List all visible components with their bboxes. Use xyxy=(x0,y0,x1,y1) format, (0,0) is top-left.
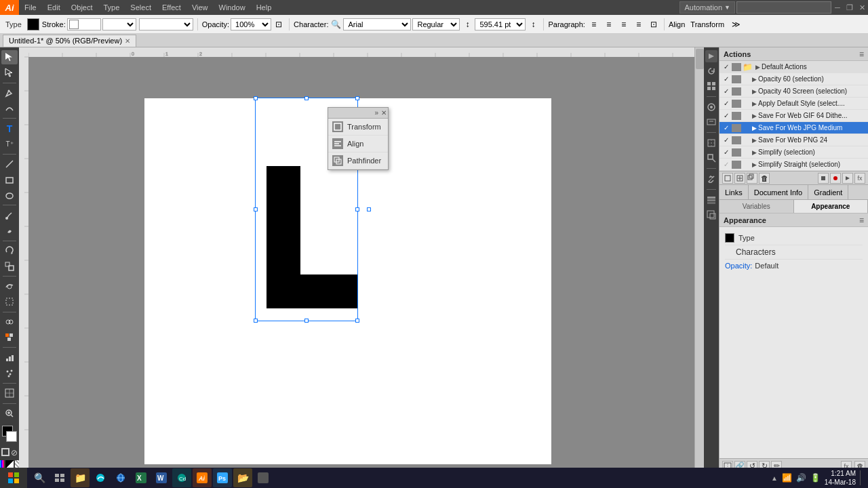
duplicate-action-btn[interactable] xyxy=(747,173,757,184)
artboards-panel-icon[interactable] xyxy=(705,209,717,221)
free-transform-tool[interactable] xyxy=(1,295,18,309)
appearance-options[interactable]: ≡ xyxy=(859,216,864,225)
windows-start-button[interactable] xyxy=(0,468,27,488)
links-tab[interactable]: Links xyxy=(719,185,749,199)
font-style-dropdown[interactable]: Regular xyxy=(412,18,460,30)
rect-tool[interactable] xyxy=(1,173,18,187)
taskbar-ie-icon[interactable] xyxy=(111,468,130,487)
taskbar-coreldraw-icon[interactable]: Cd xyxy=(172,468,191,487)
menu-view[interactable]: View xyxy=(186,0,214,15)
fill-color-swatch[interactable] xyxy=(27,18,39,30)
action-save-png24[interactable]: ✓ ▶ Save For Web PNG 24 xyxy=(719,134,868,146)
taskbar-word-icon[interactable]: W xyxy=(152,468,171,487)
opacity-dropdown[interactable]: 100% xyxy=(231,18,271,30)
a7-expand[interactable]: ▶ xyxy=(752,149,757,156)
color-mode-btn[interactable] xyxy=(0,460,4,468)
menu-window[interactable]: Window xyxy=(214,0,251,15)
paragraph-options-icon[interactable]: ⊡ xyxy=(648,18,660,30)
taskbar-unknown-icon[interactable] xyxy=(254,468,273,487)
layers-panel-icon[interactable] xyxy=(705,194,717,206)
a5-expand[interactable]: ▶ xyxy=(752,125,757,131)
taskbar-task-view-icon[interactable] xyxy=(50,468,69,487)
opacity-link[interactable]: Opacity: xyxy=(725,262,752,270)
floating-panel-expand[interactable]: » xyxy=(374,109,378,117)
vertical-scroll-thumb[interactable] xyxy=(696,49,704,69)
a8-expand[interactable]: ▶ xyxy=(752,161,757,168)
graphic-styles-icon[interactable] xyxy=(705,101,717,113)
character-search-icon[interactable]: 🔍 xyxy=(330,18,342,30)
scatter-graph-tool[interactable] xyxy=(1,366,18,380)
direct-selection-tool[interactable] xyxy=(1,66,18,80)
menu-select[interactable]: Select xyxy=(125,0,157,15)
background-color[interactable] xyxy=(6,431,17,442)
taskbar-ps-icon[interactable]: Ps xyxy=(213,468,232,487)
menu-type[interactable]: Type xyxy=(98,0,125,15)
line-tool[interactable] xyxy=(1,157,18,171)
taskbar-explorer-icon[interactable]: 📁 xyxy=(71,468,90,487)
zoom-tool[interactable] xyxy=(1,407,18,421)
delete-action-btn[interactable]: 🗑 xyxy=(759,173,770,184)
search-input[interactable] xyxy=(736,1,831,14)
play-btn[interactable] xyxy=(842,173,853,184)
variables-tab[interactable]: Variables xyxy=(719,200,794,213)
automation-button[interactable]: Automation ▼ xyxy=(679,1,735,14)
toolbar-options-icon[interactable]: ≫ xyxy=(730,18,742,30)
menu-file[interactable]: File xyxy=(19,0,42,15)
live-paint-tool[interactable] xyxy=(1,331,18,345)
font-dropdown[interactable]: Arial xyxy=(343,18,411,30)
menu-edit[interactable]: Edit xyxy=(42,0,66,15)
a6-expand[interactable]: ▶ xyxy=(752,137,757,144)
taskbar-ai-icon[interactable]: Ai xyxy=(193,468,212,487)
warp-tool[interactable] xyxy=(1,279,18,293)
font-size-toggle[interactable]: ↕ xyxy=(527,18,539,30)
type-tool[interactable]: T xyxy=(1,121,18,136)
floating-panel-transform[interactable]: Transform xyxy=(328,119,388,136)
vertical-scrollbar[interactable] xyxy=(694,47,704,477)
new-set-btn[interactable] xyxy=(722,173,733,184)
action-opacity60[interactable]: ✓ ▶ Opacity 60 (selection) xyxy=(719,73,868,85)
tray-show-hidden[interactable]: ▲ xyxy=(771,474,778,482)
scale-tool[interactable] xyxy=(1,260,18,274)
characters-row[interactable]: Characters xyxy=(725,245,863,260)
history-icon[interactable] xyxy=(705,65,717,77)
font-size-dropdown[interactable]: 595.41 pt xyxy=(475,18,526,30)
align-panel-icon[interactable] xyxy=(705,137,717,149)
appearance-tab[interactable]: Appearance xyxy=(794,200,869,213)
none-mode-icon[interactable]: ⊘ xyxy=(11,448,18,458)
action-save-gif64[interactable]: ✓ ▶ Save For Web GIF 64 Dithe... xyxy=(719,110,868,122)
floating-panel-close[interactable]: ✕ xyxy=(381,109,387,117)
clock-area[interactable]: 1:21 AM 14-Mar-18 xyxy=(825,469,856,487)
actions-panel-options[interactable]: ≡ xyxy=(859,49,864,59)
blob-brush-tool[interactable] xyxy=(1,224,18,238)
document-info-tab[interactable]: Document Info xyxy=(749,185,809,199)
document-tab-close[interactable]: ✕ xyxy=(125,37,130,45)
align-right-icon[interactable]: ≡ xyxy=(618,18,630,30)
maximize-button[interactable]: ❐ xyxy=(844,1,856,14)
actions-icon[interactable] xyxy=(705,50,717,62)
record-btn[interactable] xyxy=(830,173,841,184)
stop-btn[interactable] xyxy=(818,173,829,184)
touch-type-tool[interactable]: T⁺ xyxy=(1,137,18,151)
pen-tool[interactable] xyxy=(1,86,18,100)
gradient-tab[interactable]: Gradient xyxy=(808,185,848,199)
slice-tool[interactable] xyxy=(1,386,18,401)
action-simplify[interactable]: ✓ ▶ Simplify (selection) xyxy=(719,146,868,159)
column-graph-tool[interactable] xyxy=(1,350,18,365)
stroke-style-dropdown[interactable] xyxy=(139,18,193,30)
transform-panel-icon[interactable] xyxy=(705,152,717,164)
shape-builder-tool[interactable] xyxy=(1,315,18,329)
justify-icon[interactable]: ≡ xyxy=(633,18,645,30)
stroke-width-dropdown[interactable] xyxy=(102,18,136,30)
a1-expand[interactable]: ▶ xyxy=(752,76,757,83)
fx-btn[interactable]: fx xyxy=(854,173,865,184)
taskbar-edge-icon[interactable] xyxy=(91,468,110,487)
a3-expand[interactable]: ▶ xyxy=(752,100,757,107)
links-panel-icon[interactable] xyxy=(705,173,717,185)
align-center-icon[interactable]: ≡ xyxy=(603,18,615,30)
font-style-toggle[interactable]: ↕ xyxy=(461,18,473,30)
opacity-options-icon[interactable]: ⊡ xyxy=(273,18,285,30)
folder-expand[interactable]: ▶ xyxy=(755,64,760,70)
appearance-panel-icon[interactable] xyxy=(705,116,717,128)
taskbar-folder-icon[interactable]: 📂 xyxy=(233,468,252,487)
new-action-btn[interactable] xyxy=(734,173,745,184)
